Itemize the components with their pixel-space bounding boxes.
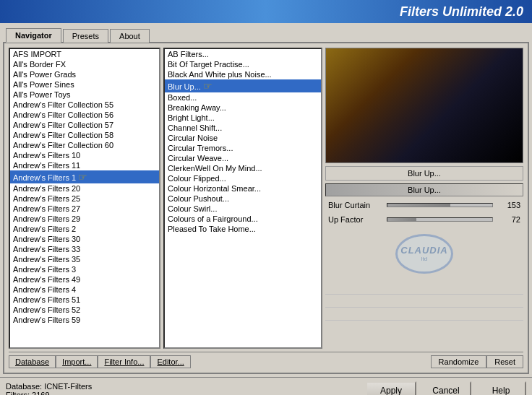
filters-value: 2169 bbox=[32, 391, 49, 396]
filter-list-item[interactable]: Boxed... bbox=[165, 92, 321, 103]
param-row-blur-curtain: Blur Curtain 153 bbox=[325, 199, 523, 211]
filters-label: Filters: bbox=[6, 391, 30, 396]
empty-row-3 bbox=[325, 308, 523, 321]
filter-list-item[interactable]: Channel Shift... bbox=[165, 123, 321, 133]
filter-list-item[interactable]: Black And White plus Noise... bbox=[165, 69, 321, 79]
tab-navigator[interactable]: Navigator bbox=[6, 28, 61, 43]
category-list-item[interactable]: Andrew's Filters 29 bbox=[10, 214, 159, 224]
filter-list-item[interactable]: Circular Noise bbox=[165, 133, 321, 143]
category-list-item[interactable]: Andrew's Filters 33 bbox=[10, 244, 159, 254]
filter-list-item[interactable]: Bit Of Target Practise... bbox=[165, 59, 321, 69]
filter-list-item[interactable]: Colours of a Fairground... bbox=[165, 214, 321, 224]
category-list-item[interactable]: AFS IMPORT bbox=[10, 49, 159, 59]
category-list-item[interactable]: Andrew's Filters 10 bbox=[10, 150, 159, 160]
category-list-item[interactable]: Andrew's Filter Collection 60 bbox=[10, 140, 159, 150]
category-list-item[interactable]: Andrew's Filter Collection 58 bbox=[10, 130, 159, 140]
database-button[interactable]: Database bbox=[9, 355, 56, 368]
category-list-item[interactable]: All's Border FX bbox=[10, 59, 159, 69]
tab-bar: Navigator Presets About bbox=[3, 26, 529, 42]
filter-list-item[interactable]: ClerkenWell On My Mind... bbox=[165, 163, 321, 173]
filter-list-item[interactable]: Breaking Away... bbox=[165, 103, 321, 113]
content-area: AFS IMPORTAll's Border FXAll's Power Gra… bbox=[9, 48, 523, 349]
category-list-item[interactable]: Andrew's Filters 27 bbox=[10, 204, 159, 214]
category-list-item[interactable]: Andrew's Filters 2 bbox=[10, 224, 159, 234]
watermark-text: CLAUDIA bbox=[400, 245, 448, 256]
category-list[interactable]: AFS IMPORTAll's Border FXAll's Power Gra… bbox=[9, 48, 160, 349]
param-slider-up-factor[interactable] bbox=[387, 217, 493, 222]
filter-name-bar: Blur Up... bbox=[325, 183, 523, 196]
filter-list-item[interactable]: Colour Pushout... bbox=[165, 194, 321, 204]
middle-list-container: AB Filters...Bit Of Target Practise...Bl… bbox=[163, 48, 322, 349]
right-panel: Blur Up... Blur Up... Blur Curtain 153 U… bbox=[325, 48, 523, 349]
param-value-blur-curtain: 153 bbox=[499, 201, 520, 209]
import-button[interactable]: Import... bbox=[56, 355, 98, 368]
help-button[interactable]: Help bbox=[476, 381, 526, 396]
category-list-item[interactable]: Andrew's Filters 20 bbox=[10, 183, 159, 194]
category-list-item[interactable]: Andrew's Filter Collection 57 bbox=[10, 120, 159, 130]
filter-list-item[interactable]: Colour Horizontal Smear... bbox=[165, 183, 321, 194]
category-list-item[interactable]: Andrew's Filters 25 bbox=[10, 194, 159, 204]
main-container: Navigator Presets About AFS IMPORTAll's … bbox=[0, 23, 532, 377]
param-row-up-factor: Up Factor 72 bbox=[325, 214, 523, 225]
filter-list-item[interactable]: Circular Tremors... bbox=[165, 143, 321, 153]
filter-list-item[interactable]: Colour Flipped... bbox=[165, 173, 321, 183]
title-bar: Filters Unlimited 2.0 bbox=[0, 0, 532, 23]
filter-list-item[interactable]: AB Filters... bbox=[165, 49, 321, 59]
reset-button[interactable]: Reset bbox=[486, 355, 523, 368]
param-label-blur-curtain: Blur Curtain bbox=[328, 201, 381, 209]
tab-about[interactable]: About bbox=[110, 29, 150, 43]
category-list-item[interactable]: All's Power Sines bbox=[10, 79, 159, 90]
editor-button[interactable]: Editor... bbox=[150, 355, 190, 368]
category-list-item[interactable]: Andrew's Filters 30 bbox=[10, 234, 159, 244]
cancel-button[interactable]: Cancel bbox=[421, 381, 471, 396]
empty-row-2 bbox=[325, 295, 523, 308]
category-list-item[interactable]: Andrew's Filter Collection 56 bbox=[10, 110, 159, 120]
filter-list-item[interactable]: Bright Light... bbox=[165, 113, 321, 123]
filter-list[interactable]: AB Filters...Bit Of Target Practise...Bl… bbox=[163, 48, 322, 349]
status-info: Database: ICNET-Filters Filters: 2169 bbox=[6, 382, 92, 396]
empty-rows bbox=[325, 282, 523, 349]
status-bar: Database: ICNET-Filters Filters: 2169 Ap… bbox=[0, 377, 532, 395]
database-value: ICNET-Filters bbox=[44, 382, 92, 391]
category-list-item[interactable]: Andrew's Filters 49 bbox=[10, 274, 159, 285]
param-value-up-factor: 72 bbox=[499, 215, 520, 224]
preview-image bbox=[325, 48, 523, 163]
category-list-item[interactable]: Andrew's Filters 11 bbox=[10, 160, 159, 170]
filter-list-item[interactable]: Circular Weave... bbox=[165, 153, 321, 163]
category-list-item[interactable]: Andrew's Filters 52 bbox=[10, 305, 159, 315]
filter-list-item[interactable]: Blur Up... ☞ bbox=[165, 79, 321, 92]
empty-row-1 bbox=[325, 282, 523, 295]
category-list-item[interactable]: All's Power Toys bbox=[10, 90, 159, 100]
app-title: Filters Unlimited 2.0 bbox=[400, 4, 523, 19]
action-buttons: Apply Cancel Help bbox=[366, 381, 526, 396]
category-list-item[interactable]: All's Power Grads bbox=[10, 69, 159, 79]
filter-info-button[interactable]: Filter Info... bbox=[98, 355, 150, 368]
filter-list-item[interactable]: Pleased To Take Home... bbox=[165, 224, 321, 234]
randomize-button[interactable]: Randomize bbox=[431, 355, 487, 368]
watermark-circle: CLAUDIA ltd bbox=[395, 234, 453, 274]
param-slider-blur-curtain[interactable] bbox=[387, 203, 493, 207]
filter-list-item[interactable]: Colour Swirl... bbox=[165, 204, 321, 214]
category-list-item[interactable]: Andrew's Filters 59 bbox=[10, 315, 159, 325]
main-panel: AFS IMPORTAll's Border FXAll's Power Gra… bbox=[3, 42, 529, 374]
left-list-container: AFS IMPORTAll's Border FXAll's Power Gra… bbox=[9, 48, 160, 349]
param-label-up-factor: Up Factor bbox=[328, 215, 381, 224]
category-list-item[interactable]: Andrew's Filters 4 bbox=[10, 285, 159, 295]
preview-label: Blur Up... bbox=[325, 166, 523, 181]
watermark-area: CLAUDIA ltd bbox=[325, 228, 523, 279]
category-list-item[interactable]: Andrew's Filters 3 bbox=[10, 264, 159, 274]
tab-presets[interactable]: Presets bbox=[63, 29, 108, 43]
category-list-item[interactable]: Andrew's Filters 51 bbox=[10, 295, 159, 305]
category-list-item[interactable]: Andrew's Filter Collection 55 bbox=[10, 100, 159, 110]
bottom-toolbar: Database Import... Filter Info... Editor… bbox=[9, 352, 523, 368]
watermark-sub: ltd bbox=[421, 256, 427, 262]
category-list-item[interactable]: Andrew's Filters 1 ☞ bbox=[10, 170, 159, 183]
category-list-item[interactable]: Andrew's Filters 35 bbox=[10, 254, 159, 264]
database-label: Database: bbox=[6, 382, 42, 391]
apply-button[interactable]: Apply bbox=[366, 381, 416, 396]
